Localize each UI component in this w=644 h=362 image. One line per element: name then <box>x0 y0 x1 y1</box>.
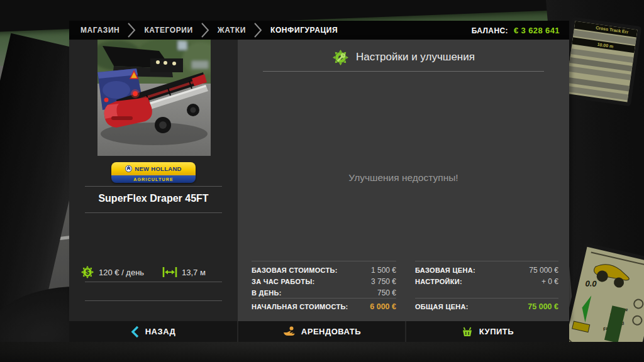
divider <box>85 282 222 282</box>
shop-config-panel: NEW HOLLAND AGRICULTURE SuperFlex Draper… <box>69 40 569 321</box>
cab-dashboard <box>0 342 644 362</box>
total-price-row: ОБЩАЯ ЦЕНА: 75 000 € <box>415 299 558 315</box>
settings-gear-icon <box>332 49 349 66</box>
breadcrumb-shop[interactable]: МАГАЗИН <box>80 26 119 35</box>
maintenance-cost-stat: $ 120 € / день <box>80 265 162 279</box>
back-chevron-icon <box>131 326 139 338</box>
cost-label: ЗА ЧАС РАБОТЫ: <box>252 278 314 285</box>
upgrades-unavailable-message: Улучшения недоступны! <box>238 172 569 184</box>
lease-button[interactable]: АРЕНДОВАТЬ <box>237 321 405 342</box>
table-row: БАЗОВАЯ ЦЕНА: 75 000 € <box>415 265 558 276</box>
divider <box>263 71 544 72</box>
initial-cost-row: НАЧАЛЬНАЯ СТОИМОСТЬ: 6 000 € <box>252 299 396 315</box>
table-row: В ДЕНЬ: 750 € <box>252 287 396 299</box>
cost-label: В ДЕНЬ: <box>252 289 282 297</box>
operating-costs-table: БАЗОВАЯ СТОИМОСТЬ: 1 500 € ЗА ЧАС РАБОТЫ… <box>252 261 396 317</box>
cost-value: 750 € <box>377 288 396 297</box>
chevron-right-icon <box>254 23 262 38</box>
shop-breadcrumb-bar: МАГАЗИН КАТЕГОРИИ ЖАТКИ КОНФИГУРАЦИЯ БАЛ… <box>69 21 569 40</box>
table-row: НАСТРОЙКИ: + 0 € <box>415 276 558 287</box>
brand-name: NEW HOLLAND <box>135 165 182 172</box>
new-holland-leaf-icon <box>125 165 132 172</box>
divider <box>85 186 222 187</box>
balance-value: € 3 628 641 <box>514 26 560 35</box>
balance-label: БАЛАНС: <box>472 26 508 35</box>
buy-button[interactable]: КУПИТЬ <box>405 321 569 342</box>
working-width-icon <box>162 266 177 278</box>
price-value: 75 000 € <box>529 266 558 275</box>
divider <box>85 300 222 301</box>
table-row: БАЗОВАЯ СТОИМОСТЬ: 1 500 € <box>252 265 396 276</box>
action-bar: НАЗАД АРЕНДОВАТЬ КУПИТЬ <box>69 321 569 342</box>
brand-division: AGRICULTURE <box>133 177 174 182</box>
config-panel-title: Настройки и улучшения <box>356 51 475 63</box>
divider <box>85 212 222 213</box>
total-label: НАЧАЛЬНАЯ СТОИМОСТЬ: <box>252 303 348 310</box>
cost-label: БАЗОВАЯ СТОИМОСТЬ: <box>252 266 338 274</box>
brand-badge: NEW HOLLAND AGRICULTURE <box>111 162 196 183</box>
cost-value: 1 500 € <box>371 266 396 275</box>
chevron-right-icon <box>128 23 136 38</box>
cost-value: 3 750 € <box>371 277 396 286</box>
back-button-label: НАЗАД <box>145 327 176 336</box>
total-value: 6 000 € <box>370 302 396 311</box>
buy-button-label: КУПИТЬ <box>479 327 514 336</box>
total-value: 75 000 € <box>528 302 558 311</box>
vehicle-info-column: NEW HOLLAND AGRICULTURE SuperFlex Draper… <box>69 40 238 321</box>
lease-hand-icon <box>282 326 295 337</box>
configuration-column: Настройки и улучшения Улучшения недоступ… <box>238 40 569 321</box>
vehicle-name: SuperFlex Draper 45FT <box>69 193 238 204</box>
maintenance-cost-value: 120 € / день <box>99 268 144 277</box>
svg-text:$: $ <box>86 268 89 276</box>
breadcrumb-headers[interactable]: ЖАТКИ <box>218 26 246 35</box>
working-width-stat: 13,7 м <box>162 266 206 278</box>
vehicle-stats: $ 120 € / день 13,7 м <box>80 263 231 281</box>
breadcrumb-configuration: КОНФИГУРАЦИЯ <box>270 26 338 35</box>
vehicle-preview-image <box>97 40 211 156</box>
back-button[interactable]: НАЗАД <box>69 321 237 342</box>
price-label: НАСТРОЙКИ: <box>415 278 462 285</box>
config-header: Настройки и улучшения <box>238 48 569 67</box>
table-row: ЗА ЧАС РАБОТЫ: 3 750 € <box>252 276 396 287</box>
purchase-price-table: БАЗОВАЯ ЦЕНА: 75 000 € НАСТРОЙКИ: + 0 € … <box>415 261 558 317</box>
total-label: ОБЩАЯ ЦЕНА: <box>415 303 469 310</box>
breadcrumb-categories[interactable]: КАТЕГОРИИ <box>144 26 192 35</box>
maintenance-cost-icon: $ <box>80 265 94 279</box>
chevron-right-icon <box>201 23 209 38</box>
balance-display: БАЛАНС: € 3 628 641 <box>472 26 569 35</box>
price-label: БАЗОВАЯ ЦЕНА: <box>415 266 475 274</box>
working-width-value: 13,7 м <box>182 268 206 277</box>
price-value: + 0 € <box>541 277 558 286</box>
lease-button-label: АРЕНДОВАТЬ <box>301 327 361 336</box>
buy-basket-icon <box>462 326 473 337</box>
